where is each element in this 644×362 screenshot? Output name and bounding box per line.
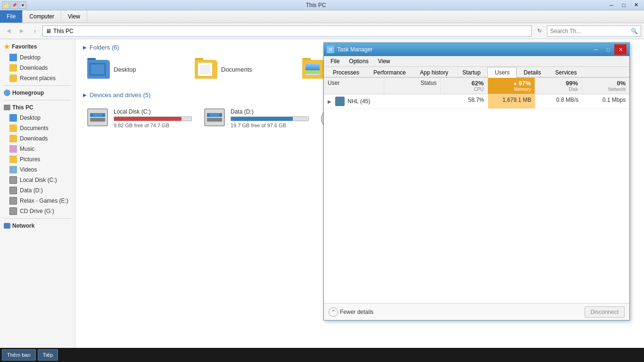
drive-d-space: 19.7 GB free of 97.6 GB (231, 123, 309, 128)
tm-minimize-button[interactable]: ─ (590, 44, 602, 55)
drive-item-d[interactable]: Data (D:) 19.7 GB free of 97.6 GB (200, 104, 313, 135)
homegroup-header[interactable]: Homegroup (0, 88, 75, 98)
close-button[interactable]: ✕ (630, 0, 642, 10)
fewer-details-button[interactable]: ⌃ Fewer details (329, 307, 373, 317)
task-manager-window: ⚙ Task Manager ─ □ ✕ File Options View P… (323, 42, 630, 321)
relax-e-icon (9, 197, 17, 205)
address-path[interactable]: 🖥 This PC (42, 25, 532, 37)
tm-title: Task Manager (337, 46, 372, 53)
sidebar-divider-3 (4, 218, 71, 219)
downloads-folder-icon (9, 64, 17, 72)
col-memory[interactable]: ▲ 97% Memory (488, 78, 535, 94)
tab-startup[interactable]: Startup (455, 67, 488, 78)
col-disk[interactable]: 99% Disk (535, 78, 582, 94)
sidebar-item-pc-pictures[interactable]: Pictures (0, 154, 75, 165)
search-input[interactable] (550, 28, 631, 34)
cell-memory: 1,679.1 MB (488, 94, 535, 108)
tab-view[interactable]: View (61, 10, 87, 23)
tm-app-icon: ⚙ (327, 46, 334, 53)
up-button[interactable]: ↑ (29, 25, 41, 37)
back-button[interactable]: ◀ (3, 25, 14, 37)
address-bar: ◀ ▶ ↑ 🖥 This PC ↻ 🔍 (0, 23, 644, 39)
drive-c-progress-bg (114, 116, 192, 121)
sidebar-divider-2 (4, 100, 71, 100)
tab-users[interactable]: Users (487, 67, 516, 78)
cell-cpu: 58.7% (441, 94, 488, 108)
search-icon[interactable]: 🔍 (631, 28, 638, 34)
recent-folder-icon (9, 74, 17, 82)
tm-maximize-button[interactable]: □ (602, 44, 614, 55)
drive-item-c[interactable]: Local Disk (C:) 9.82 GB free of 74.7 GB (83, 104, 196, 135)
expand-arrow-icon: ▶ (328, 99, 331, 104)
tm-menu-view[interactable]: View (373, 57, 395, 66)
folder-item-desktop[interactable]: Desktop (83, 57, 187, 82)
tab-processes[interactable]: Processes (326, 67, 366, 78)
quick-access-icon[interactable]: 📁 (2, 1, 9, 9)
dropdown-icon[interactable]: ▾ (19, 1, 26, 9)
col-user[interactable]: User (324, 78, 384, 94)
favorites-section: ★ Favorites Desktop Downloads Recent pla… (0, 41, 75, 83)
ribbon-tabs: File Computer View (0, 10, 644, 23)
sidebar-item-pc-music[interactable]: Music (0, 144, 75, 154)
maximize-button[interactable]: □ (618, 0, 630, 10)
tab-app-history[interactable]: App history (413, 67, 455, 78)
sidebar-item-desktop[interactable]: Desktop (0, 52, 75, 63)
this-pc-header[interactable]: This PC (0, 102, 75, 113)
sidebar-item-pc-documents[interactable]: Documents (0, 123, 75, 133)
tab-file[interactable]: File (0, 10, 23, 23)
tm-close-button[interactable]: ✕ (614, 44, 627, 55)
taskbar: Thêm ban Tiếp (0, 348, 644, 362)
sidebar: ★ Favorites Desktop Downloads Recent pla… (0, 39, 75, 349)
title-bar-icons: 📁 📌 ▾ (2, 1, 26, 9)
table-row[interactable]: ▶ NHL (45) 58.7% 1,679.1 MB 0.8 MB/s 0.1… (324, 94, 629, 109)
drive-c-details: Local Disk (C:) 9.82 GB free of 74.7 GB (114, 108, 192, 128)
col-cpu[interactable]: 62% CPU (441, 78, 488, 94)
tm-title-bar: ⚙ Task Manager ─ □ ✕ (324, 43, 629, 56)
title-bar: 📁 📌 ▾ This PC ─ □ ✕ (0, 0, 644, 10)
desktop-folder-label: Desktop (114, 66, 136, 73)
cell-network: 0.1 Mbps (582, 94, 629, 108)
tab-details[interactable]: Details (517, 67, 548, 78)
cell-user: ▶ NHL (45) (324, 94, 384, 108)
taskbar-item-1[interactable]: Tiếp (38, 349, 58, 361)
sidebar-item-relax-e[interactable]: Relax - Games (E:) (0, 196, 75, 206)
drive-d-icon (204, 108, 227, 131)
tm-title-left: ⚙ Task Manager (327, 46, 372, 53)
sidebar-item-pc-desktop[interactable]: Desktop (0, 113, 75, 123)
sidebar-item-data-d[interactable]: Data (D:) (0, 185, 75, 196)
sidebar-item-cd-g[interactable]: CD Drive (G:) (0, 206, 75, 216)
forward-button[interactable]: ▶ (16, 25, 27, 37)
data-d-icon (9, 187, 17, 194)
col-status[interactable]: Status (384, 78, 441, 94)
network-icon (4, 223, 10, 229)
window-title: This PC (306, 2, 326, 8)
tm-menubar: File Options View (324, 56, 629, 67)
tm-menu-file[interactable]: File (326, 57, 344, 66)
tab-performance[interactable]: Performance (366, 67, 413, 78)
disconnect-button[interactable]: Disconnect (585, 306, 625, 318)
refresh-button[interactable]: ↻ (534, 25, 545, 37)
tm-menu-options[interactable]: Options (344, 57, 373, 66)
favorites-header[interactable]: ★ Favorites (0, 41, 75, 52)
tab-services[interactable]: Services (548, 67, 584, 78)
sidebar-item-recent[interactable]: Recent places (0, 73, 75, 83)
window-controls: ─ □ ✕ (605, 0, 642, 10)
col-network[interactable]: 0% Network (582, 78, 629, 94)
pc-pictures-icon (9, 156, 17, 163)
sidebar-item-pc-downloads[interactable]: Downloads (0, 133, 75, 144)
pin-icon[interactable]: 📌 (10, 1, 18, 9)
sidebar-item-local-disk-c[interactable]: Local Disk (C:) (0, 175, 75, 185)
drive-c-progress-fill (114, 117, 182, 121)
taskbar-item-0[interactable]: Thêm ban (2, 349, 36, 361)
ribbon: File Computer View (0, 10, 644, 23)
network-header[interactable]: Network (0, 221, 75, 231)
minimize-button[interactable]: ─ (605, 0, 618, 10)
sidebar-item-pc-videos[interactable]: Videos (0, 165, 75, 175)
tm-tabs: Processes Performance App history Startu… (324, 67, 629, 78)
tab-computer[interactable]: Computer (23, 10, 61, 23)
this-pc-section: This PC Desktop Documents Downloads Musi… (0, 102, 75, 216)
folder-item-documents[interactable]: Documents (190, 57, 294, 82)
drive-c-space: 9.82 GB free of 74.7 GB (114, 123, 192, 128)
sidebar-item-downloads[interactable]: Downloads (0, 63, 75, 73)
pc-music-icon (9, 145, 17, 153)
